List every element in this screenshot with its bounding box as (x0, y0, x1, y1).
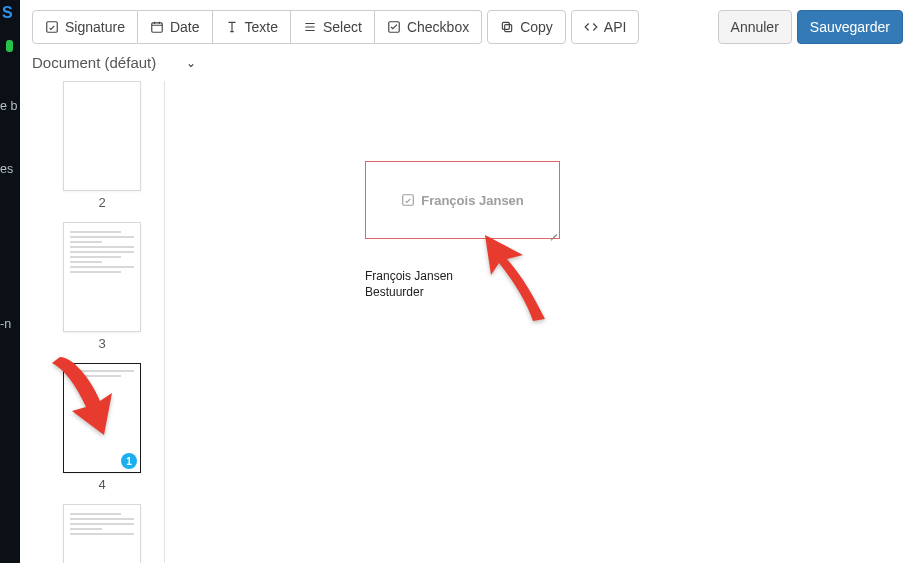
bg-text-1: e b (0, 99, 20, 114)
level-row: Document (défaut) ⌄ (20, 52, 915, 81)
bg-text-2: es (0, 162, 20, 177)
thumb-item: 3 (40, 222, 164, 351)
app-logo-letter: S (0, 4, 20, 22)
code-icon (584, 20, 598, 34)
pencil-square-icon (45, 20, 59, 34)
list-icon (303, 20, 317, 34)
level-dropdown[interactable]: Document (défaut) ⌄ (32, 54, 196, 71)
save-label: Sauvegarder (810, 19, 890, 35)
page-canvas[interactable]: François Jansen François Jansen Bestuurd… (165, 81, 915, 563)
signature-caption: François Jansen Bestuurder (365, 269, 453, 300)
select-tool-label: Select (323, 19, 362, 35)
select-tool-button[interactable]: Select (291, 10, 375, 44)
svg-rect-5 (403, 195, 414, 206)
svg-rect-3 (505, 25, 512, 32)
annotation-arrow-field (475, 229, 570, 329)
signature-tool-label: Signature (65, 19, 125, 35)
thumb-page-2[interactable] (63, 81, 141, 191)
checkbox-tool-button[interactable]: Checkbox (375, 10, 482, 44)
thumb-page-4[interactable]: 1 (63, 363, 141, 473)
text-tool-label: Texte (245, 19, 278, 35)
svg-rect-1 (152, 23, 163, 32)
copy-icon (500, 20, 514, 34)
date-tool-button[interactable]: Date (138, 10, 213, 44)
canvas-wrap: François Jansen François Jansen Bestuurd… (164, 81, 915, 563)
pencil-square-icon (401, 193, 415, 207)
calendar-icon (150, 20, 164, 34)
background-pill (6, 40, 13, 52)
thumb-num: 2 (40, 195, 164, 210)
editor-app: Signature Date Texte Select Checkbox Cop… (20, 0, 915, 563)
signature-field[interactable]: François Jansen (365, 161, 560, 239)
api-button[interactable]: API (571, 10, 640, 44)
toolbar: Signature Date Texte Select Checkbox Cop… (20, 0, 915, 52)
api-label: API (604, 19, 627, 35)
background-app-strip: S e b es -n (0, 0, 20, 563)
thumb-item: 2 (40, 81, 164, 210)
checkbox-tool-label: Checkbox (407, 19, 469, 35)
thumb-page-5[interactable] (63, 504, 141, 563)
svg-rect-4 (503, 22, 510, 29)
thumb-item (40, 504, 164, 563)
checkbox-icon (387, 20, 401, 34)
thumb-num: 3 (40, 336, 164, 351)
save-button[interactable]: Sauvegarder (797, 10, 903, 44)
thumb-field-count-badge: 1 (121, 453, 137, 469)
thumb-num: 4 (40, 477, 164, 492)
copy-label: Copy (520, 19, 553, 35)
field-type-group: Signature Date Texte Select Checkbox (32, 10, 482, 44)
copy-button[interactable]: Copy (487, 10, 566, 44)
thumb-item: 1 4 (40, 363, 164, 492)
cancel-button[interactable]: Annuler (718, 10, 792, 44)
resize-handle[interactable] (547, 226, 557, 236)
level-label: Document (défaut) (32, 54, 156, 71)
bg-text-3: -n (0, 317, 20, 332)
text-icon (225, 20, 239, 34)
text-tool-button[interactable]: Texte (213, 10, 291, 44)
cancel-label: Annuler (731, 19, 779, 35)
caption-role: Bestuurder (365, 285, 453, 301)
main-area: 2 3 1 4 (20, 81, 915, 563)
signature-tool-button[interactable]: Signature (32, 10, 138, 44)
signature-field-label: François Jansen (421, 193, 524, 208)
thumb-page-3[interactable] (63, 222, 141, 332)
caption-name: François Jansen (365, 269, 453, 285)
svg-rect-0 (47, 22, 58, 33)
chevron-down-icon: ⌄ (186, 56, 196, 70)
page-thumbnails: 2 3 1 4 (20, 81, 164, 563)
date-tool-label: Date (170, 19, 200, 35)
